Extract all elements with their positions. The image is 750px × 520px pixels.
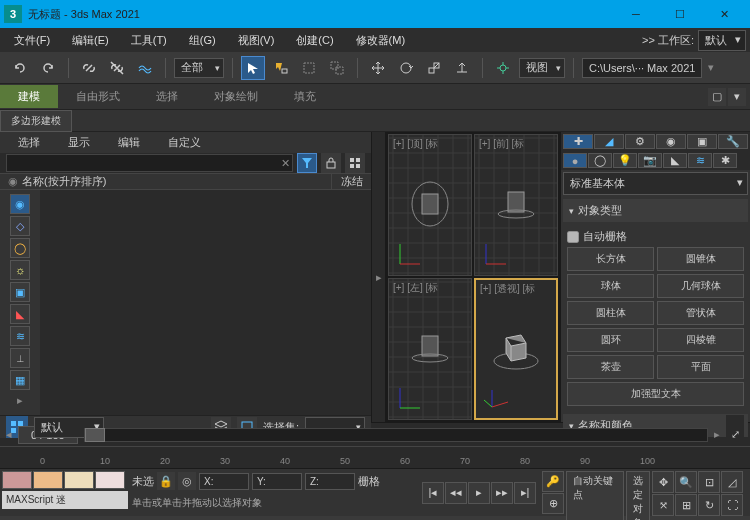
eye-icon[interactable]: ◉ [8, 175, 18, 188]
ribbon-tab-modeling[interactable]: 建模 [0, 85, 58, 108]
prev-frame-button[interactable]: ◂◂ [445, 482, 467, 504]
ribbon-tab-freeform[interactable]: 自由形式 [58, 85, 138, 108]
autokey-button[interactable]: 自动关键点 [566, 471, 624, 520]
filter-helpers-icon[interactable]: ◣ [10, 304, 30, 324]
time-track[interactable] [84, 428, 708, 442]
viewport-left[interactable]: [+] [左] [标 [388, 278, 472, 420]
prim-cone[interactable]: 圆锥体 [657, 247, 744, 271]
menu-views[interactable]: 视图(V) [228, 30, 285, 51]
prim-tube[interactable]: 管状体 [657, 301, 744, 325]
sub-cameras[interactable]: 📷 [638, 153, 662, 168]
selected-key-dropdown[interactable]: 选定对象 [626, 471, 650, 520]
unlink-button[interactable] [105, 56, 129, 80]
menu-create[interactable]: 创建(C) [286, 30, 343, 51]
next-frame-button[interactable]: ▸▸ [491, 482, 513, 504]
sub-geometry[interactable]: ● [563, 153, 587, 168]
filter-geometry-icon[interactable]: ◇ [10, 216, 30, 236]
window-crossing-button[interactable] [325, 56, 349, 80]
tab-hierarchy[interactable]: ⚙ [625, 134, 655, 149]
prim-plane[interactable]: 平面 [657, 355, 744, 379]
sub-spacewarps[interactable]: ≋ [688, 153, 712, 168]
minimize-button[interactable]: ─ [614, 0, 658, 28]
undo-button[interactable] [8, 56, 32, 80]
filter-all-icon[interactable]: ◉ [10, 194, 30, 214]
sub-shapes[interactable]: ◯ [588, 153, 612, 168]
maximize-button[interactable]: ☐ [658, 0, 702, 28]
redo-button[interactable] [36, 56, 60, 80]
prim-teapot[interactable]: 茶壶 [567, 355, 654, 379]
prim-geosphere[interactable]: 几何球体 [657, 274, 744, 298]
color-swatch-1[interactable] [2, 471, 32, 489]
clear-search-icon[interactable]: ✕ [281, 157, 290, 170]
zoom-all-button[interactable]: ⊡ [698, 471, 720, 493]
lock-selection-icon[interactable]: 🔒 [157, 472, 175, 490]
scale-button[interactable] [422, 56, 446, 80]
ribbon-menu-icon[interactable]: ▾ [728, 88, 746, 106]
tab-modify[interactable]: ◢ [594, 134, 624, 149]
rollout-header-type[interactable]: 对象类型 [563, 199, 748, 222]
scene-tab-custom[interactable]: 自定义 [156, 132, 213, 153]
select-by-name-button[interactable] [269, 56, 293, 80]
ribbon-tab-selection[interactable]: 选择 [138, 85, 196, 108]
select-object-button[interactable] [241, 56, 265, 80]
panel-handle[interactable]: ▸ [372, 132, 386, 422]
color-swatch-3[interactable] [64, 471, 94, 489]
rotate-button[interactable] [394, 56, 418, 80]
ribbon-tab-paint[interactable]: 对象绘制 [196, 85, 276, 108]
menu-file[interactable]: 文件(F) [4, 30, 60, 51]
ribbon-tab-populate[interactable]: 填充 [276, 85, 334, 108]
scene-tab-select[interactable]: 选择 [6, 132, 52, 153]
fov-button[interactable]: ◿ [721, 471, 743, 493]
prim-sphere[interactable]: 球体 [567, 274, 654, 298]
placement-button[interactable] [450, 56, 474, 80]
time-ruler[interactable]: 0 10 20 30 40 50 60 70 80 90 100 [0, 446, 750, 468]
pan-button[interactable]: ✥ [652, 471, 674, 493]
coord-y[interactable]: Y: [252, 473, 302, 490]
menu-tools[interactable]: 工具(T) [121, 30, 177, 51]
orbit-button[interactable]: ↻ [698, 494, 720, 516]
bind-spacewarp-button[interactable] [133, 56, 157, 80]
prim-pyramid[interactable]: 四棱锥 [657, 328, 744, 352]
viewport-perspective[interactable]: [+] [透视] [标 [474, 278, 558, 420]
zoom-button[interactable]: 🔍 [675, 471, 697, 493]
color-swatch-2[interactable] [33, 471, 63, 489]
coord-x[interactable]: X: [199, 473, 249, 490]
menu-modifiers[interactable]: 修改器(M) [346, 30, 416, 51]
prim-box[interactable]: 长方体 [567, 247, 654, 271]
filter-bone-icon[interactable]: ⟂ [10, 348, 30, 368]
close-button[interactable]: ✕ [702, 0, 746, 28]
goto-start-button[interactable]: |◂ [422, 482, 444, 504]
goto-end-button[interactable]: ▸| [514, 482, 536, 504]
time-handle[interactable] [85, 428, 105, 442]
maxscript-listener[interactable]: MAXScript 迷 [2, 491, 128, 509]
scene-col-name[interactable]: 名称(按升序排序) [22, 174, 106, 189]
prev-key-icon[interactable]: ◂ [6, 428, 12, 441]
move-button[interactable] [366, 56, 390, 80]
scene-tab-edit[interactable]: 编辑 [106, 132, 152, 153]
time-config-button[interactable]: ⊕ [542, 493, 564, 514]
filter-lights-icon[interactable]: ☼ [10, 260, 30, 280]
key-mode-button[interactable]: 🔑 [542, 471, 564, 492]
autogrid-checkbox[interactable]: 自动栅格 [567, 226, 744, 247]
scene-list[interactable] [40, 190, 371, 415]
isolate-icon[interactable]: ◎ [178, 472, 196, 490]
ribbon-expand-icon[interactable]: ▢ [708, 88, 726, 106]
scene-col-freeze[interactable]: 冻结 [331, 174, 371, 189]
filter-shapes-icon[interactable]: ◯ [10, 238, 30, 258]
expand-arrow-icon[interactable]: ▸ [17, 394, 23, 407]
link-button[interactable] [77, 56, 101, 80]
zoom-extents-all-button[interactable]: ⊞ [675, 494, 697, 516]
selection-filter-dropdown[interactable]: 全部 [174, 58, 224, 78]
lock-button[interactable] [321, 153, 341, 173]
play-button[interactable]: ▸ [468, 482, 490, 504]
sub-helpers[interactable]: ◣ [663, 153, 687, 168]
prim-cylinder[interactable]: 圆柱体 [567, 301, 654, 325]
prim-textplus[interactable]: 加强型文本 [567, 382, 744, 406]
rect-select-button[interactable] [297, 56, 321, 80]
sub-lights[interactable]: 💡 [613, 153, 637, 168]
tab-display[interactable]: ▣ [687, 134, 717, 149]
next-key-icon[interactable]: ▸ [714, 428, 720, 441]
ref-coord-button[interactable] [491, 56, 515, 80]
viewport-top[interactable]: [+] [顶] [标 [388, 134, 472, 276]
menu-edit[interactable]: 编辑(E) [62, 30, 119, 51]
